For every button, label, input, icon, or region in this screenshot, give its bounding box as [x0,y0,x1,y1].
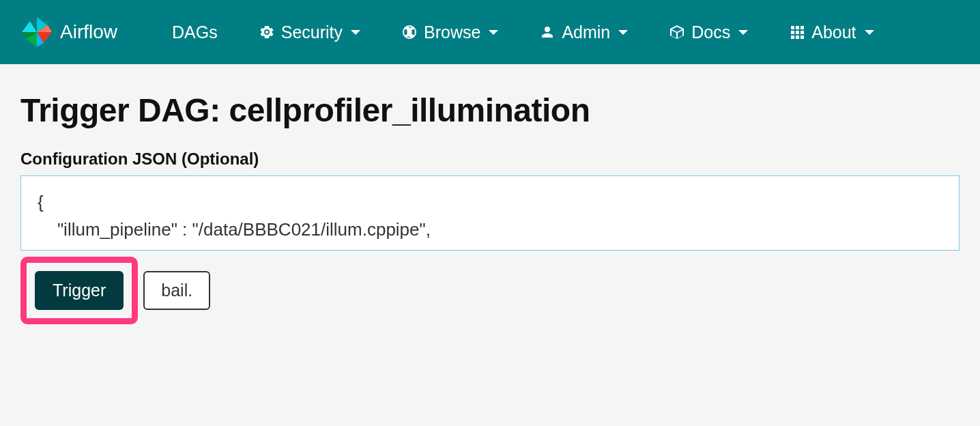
trigger-button[interactable]: Trigger [35,271,124,310]
trigger-highlight: Trigger [20,257,138,324]
navbar: Airflow DAGs Security Browse Admin Docs [0,0,980,64]
page-title: Trigger DAG: cellprofiler_illumination [20,91,960,129]
main-content: Trigger DAG: cellprofiler_illumination C… [0,64,980,352]
svg-rect-3 [791,31,794,34]
nav-docs[interactable]: Docs [648,23,768,42]
nav-admin[interactable]: Admin [519,23,648,42]
caret-down-icon [489,30,498,35]
navbar-brand[interactable]: Airflow [20,16,117,48]
button-row: Trigger bail. [20,257,960,324]
caret-down-icon [351,30,360,35]
brand-text: Airflow [60,21,117,43]
config-json-textarea[interactable] [20,175,960,251]
svg-rect-2 [801,26,804,29]
nav-admin-label: Admin [562,23,610,42]
nav-docs-label: Docs [691,23,730,42]
nav-browse-label: Browse [424,23,480,42]
nav-dags-label: DAGs [172,23,218,42]
svg-rect-4 [796,31,799,34]
grid-icon [789,24,805,40]
cube-icon [669,24,685,40]
nav-browse[interactable]: Browse [381,23,519,42]
globe-icon [401,24,418,40]
svg-rect-1 [796,26,799,29]
nav-about[interactable]: About [768,23,894,42]
nav-security-label: Security [281,23,343,42]
caret-down-icon [618,30,628,35]
svg-rect-6 [791,36,794,39]
airflow-logo-icon [20,16,53,48]
gears-icon [259,24,275,40]
svg-rect-0 [791,26,794,29]
user-icon [539,24,556,40]
caret-down-icon [865,30,874,35]
nav-dags[interactable]: DAGs [152,23,238,42]
caret-down-icon [738,30,748,35]
svg-rect-5 [801,31,804,34]
nav-about-label: About [811,23,856,42]
svg-rect-8 [801,36,804,39]
bail-button[interactable]: bail. [143,271,210,310]
svg-rect-7 [796,36,799,39]
config-json-label: Configuration JSON (Optional) [20,150,960,169]
nav-security[interactable]: Security [238,23,381,42]
